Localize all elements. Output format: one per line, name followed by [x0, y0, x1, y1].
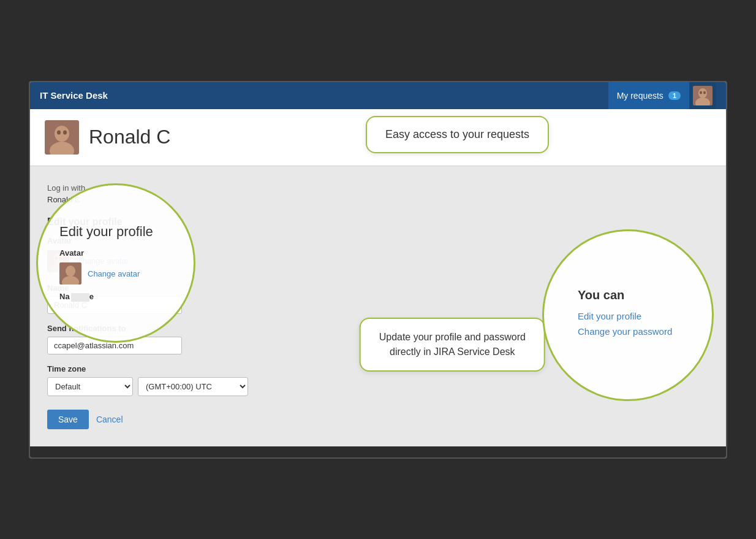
main-window: IT Service Desk My requests 1: [29, 81, 727, 459]
svg-point-16: [66, 266, 75, 277]
svg-point-8: [57, 130, 61, 134]
bottom-bar: [30, 446, 726, 457]
header-right: My requests 1: [608, 82, 716, 109]
header-avatar: [693, 86, 713, 105]
cancel-link[interactable]: Cancel: [96, 415, 123, 424]
edit-profile-circle: Edit your profile Avatar Change avatar N…: [36, 183, 195, 343]
circle-edit-title: Edit your profile: [59, 224, 175, 240]
requests-badge: 1: [668, 91, 681, 100]
svg-point-6: [55, 126, 69, 142]
svg-point-3: [700, 91, 702, 94]
you-can-title: You can: [578, 288, 624, 302]
timezone-field-group: Time zone Default (GMT+00:00) UTC: [47, 364, 319, 396]
timezone-row: Default (GMT+00:00) UTC: [47, 377, 319, 396]
circle-avatar-label: Avatar: [59, 248, 175, 258]
you-can-edit-profile-link[interactable]: Edit your profile: [578, 311, 641, 321]
update-profile-text: Update your profile and passworddirectly…: [379, 332, 526, 357]
my-requests-button[interactable]: My requests 1: [608, 82, 689, 109]
svg-point-1: [698, 88, 707, 98]
easy-access-text: Easy access to your requests: [385, 128, 529, 140]
circle-avatar-row: Change avatar: [59, 262, 175, 285]
timezone-label: Time zone: [47, 364, 319, 373]
circle-avatar-img: [59, 262, 81, 285]
you-can-circle: You can Edit your profile Change your pa…: [542, 229, 714, 401]
app-title: IT Service Desk: [40, 90, 108, 101]
easy-access-callout: Easy access to your requests: [366, 116, 549, 153]
svg-point-4: [703, 91, 706, 94]
user-avatar-large: [45, 120, 79, 155]
user-name: Ronald C: [89, 126, 170, 148]
circle-change-avatar-link[interactable]: Change avatar: [88, 269, 140, 278]
circle-name-label: Nae: [59, 292, 175, 302]
update-profile-callout: Update your profile and passworddirectly…: [360, 318, 545, 372]
timezone-default-select[interactable]: Default: [47, 377, 133, 396]
timezone-value-select[interactable]: (GMT+00:00) UTC: [138, 377, 248, 396]
save-button[interactable]: Save: [47, 410, 89, 429]
header: IT Service Desk My requests 1: [30, 82, 726, 109]
button-row: Save Cancel: [47, 410, 319, 429]
my-requests-label: My requests: [617, 91, 663, 101]
user-avatar-button[interactable]: [689, 82, 716, 109]
you-can-change-password-link[interactable]: Change your password: [578, 326, 672, 337]
svg-point-9: [63, 130, 67, 134]
